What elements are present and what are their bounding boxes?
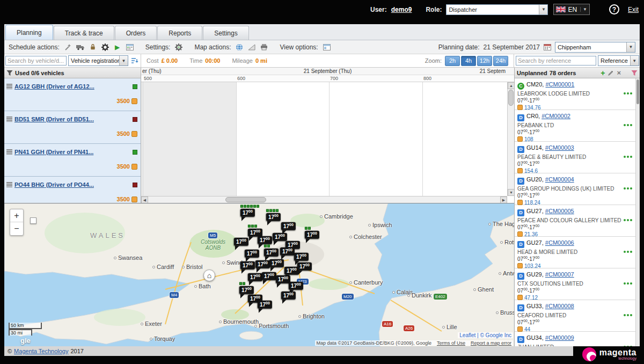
order-row[interactable]: DGU34, #CM00009 JUAN LIMITED 0700-1700 — [515, 332, 635, 346]
magenta-technology-link[interactable]: Magenta Technology — [14, 348, 68, 354]
timeline-canvas[interactable] — [141, 82, 507, 196]
order-menu-dots[interactable] — [624, 124, 632, 126]
order-row[interactable]: DGU29, #CM00007 CTX SOLUTIONS LIMITED 07… — [515, 268, 635, 300]
tab-planning[interactable]: Planning — [5, 25, 53, 40]
calendar-icon[interactable] — [543, 42, 552, 52]
map-marker[interactable]: 1700 — [264, 249, 279, 257]
role-select[interactable]: Dispatcher ▼ — [446, 4, 548, 15]
globe-icon[interactable] — [235, 42, 244, 52]
map-marker[interactable]: 1700 — [245, 250, 259, 258]
order-reference-link[interactable]: #CM00009 — [545, 334, 574, 341]
delete-order-icon[interactable]: × — [617, 69, 621, 76]
map-zoom-in-button[interactable]: + — [10, 209, 23, 222]
reference-search-input[interactable] — [516, 56, 596, 65]
print-map-icon[interactable] — [259, 42, 269, 52]
order-reference-link[interactable]: #CM00005 — [545, 208, 574, 214]
order-reference-link[interactable]: #CM00003 — [545, 144, 574, 151]
vehicle-link[interactable]: AG12 GBH (Driver of AG12... — [14, 83, 130, 90]
order-reference-link[interactable]: #CM00007 — [545, 271, 574, 278]
map-marker[interactable]: 1700 — [294, 253, 309, 261]
start-planning-icon[interactable]: ▶ — [113, 42, 122, 52]
settings-gear-icon[interactable] — [174, 42, 184, 52]
zoom-button-12h[interactable]: 12h — [477, 56, 492, 66]
view-layout-icon[interactable] — [322, 42, 332, 52]
help-button[interactable]: ? — [609, 4, 619, 14]
orders-scroll-thumb[interactable] — [636, 79, 639, 104]
map-marker[interactable]: 1700 — [273, 233, 287, 241]
report-map-error-link[interactable]: Report a map error — [471, 340, 511, 346]
map-marker[interactable]: 1700 — [239, 286, 254, 294]
tab-settings[interactable]: Settings — [203, 26, 248, 40]
map-marker[interactable]: 1700 — [284, 267, 299, 275]
map-marker[interactable]: 1700 — [234, 238, 248, 246]
vehicle-filter-select[interactable]: Vehicle registration ▼ — [68, 55, 128, 66]
order-reference-link[interactable]: #CM00006 — [545, 239, 574, 246]
scroll-up-button[interactable]: ▲ — [508, 82, 514, 89]
user-name[interactable]: demo9 — [391, 6, 412, 13]
zoom-button-4h[interactable]: 4h — [461, 56, 476, 66]
map-marker[interactable]: 1700 — [297, 263, 312, 271]
depot-home-marker[interactable]: ⌂ — [203, 270, 215, 281]
vehicle-search-input[interactable] — [5, 56, 67, 65]
tab-track-trace[interactable]: Track & trace — [54, 26, 114, 40]
order-menu-dots[interactable] — [624, 92, 632, 94]
map-marker[interactable]: 1700 — [276, 275, 290, 283]
orders-filter-funnel-icon[interactable] — [631, 70, 638, 76]
order-reference-link[interactable]: #CM00008 — [545, 303, 574, 309]
map-panel[interactable]: WALESCotswolds AONBCambridgeIpswichColch… — [4, 203, 514, 346]
map-marker[interactable]: 1700 — [240, 261, 255, 270]
order-reference-link[interactable]: #CM00001 — [545, 81, 574, 88]
order-row[interactable]: DCR0, #CM00002 PEABANK LTD 0700-1700 108 — [515, 110, 635, 142]
optimize-icon[interactable] — [63, 42, 73, 52]
drag-handle-icon[interactable] — [6, 84, 12, 89]
scroll-left-button[interactable]: ◀ — [141, 196, 148, 203]
map-marker[interactable]: 1700 — [255, 260, 270, 268]
zoom-button-2h[interactable]: 2h — [445, 56, 460, 66]
truck-icon[interactable] — [76, 42, 85, 52]
map-attribution-links[interactable]: Leaflet | © Google Inc — [458, 332, 513, 338]
order-reference-link[interactable]: #CM00004 — [545, 176, 574, 183]
order-menu-dots[interactable] — [624, 314, 632, 316]
map-marker[interactable]: 1700 — [258, 236, 272, 244]
language-select[interactable]: EN ▼ — [553, 4, 590, 15]
map-marker[interactable]: 1700 — [280, 247, 295, 256]
vehicle-link[interactable]: PO44 BHG (Driver of PO44... — [14, 181, 130, 188]
scroll-down-button[interactable]: ▼ — [508, 189, 514, 196]
edit-pencil-icon[interactable] — [608, 70, 614, 76]
map-marker[interactable]: 1700 — [269, 259, 284, 267]
vehicle-row[interactable]: PN41 GGH (Driver of PN41... 3500 — [4, 144, 141, 177]
terms-of-use-link[interactable]: Terms of Use — [437, 340, 465, 346]
tab-orders[interactable]: Orders — [115, 26, 157, 40]
filter-funnel-icon[interactable] — [6, 70, 13, 76]
order-row[interactable]: DGU33, #CM00008 CEAFORD LIMITED 0700-170… — [515, 300, 635, 332]
depot-select[interactable]: Chippenham ▼ — [555, 42, 635, 53]
exit-link[interactable]: Exit — [628, 6, 639, 13]
drag-handle-icon[interactable] — [6, 182, 12, 187]
map-marker[interactable]: 1700 — [281, 292, 296, 300]
order-menu-dots[interactable] — [624, 219, 632, 221]
drag-handle-icon[interactable] — [6, 149, 12, 155]
map-marker[interactable]: 1700 — [305, 231, 319, 239]
report-icon[interactable] — [125, 42, 135, 52]
add-order-icon[interactable]: + — [601, 69, 605, 77]
order-row[interactable]: DGU27, #CM00006 HEAD & MORE LIMITED 0700… — [515, 237, 635, 268]
vehicle-link[interactable]: PN41 GGH (Driver of PN41... — [14, 149, 130, 155]
order-menu-dots[interactable] — [624, 346, 632, 346]
vertical-scroll-thumb[interactable] — [508, 90, 514, 106]
map-marker[interactable]: 1700 — [258, 301, 272, 309]
map-marker[interactable]: 1700 — [240, 209, 255, 217]
order-row[interactable]: CCM20, #CM00001 LEABROOK LODGE LIMITED 0… — [515, 78, 635, 110]
order-row[interactable]: DGU20, #CM00004 GEA GROUP HOLDINGS (UK) … — [515, 173, 635, 205]
horizontal-scroll-thumb[interactable] — [225, 197, 266, 202]
map-marker[interactable]: 1700 — [289, 282, 303, 290]
zoom-button-24h[interactable]: 24h — [493, 56, 508, 66]
schedule-gear-icon[interactable] — [100, 42, 110, 52]
lock-icon[interactable] — [88, 42, 98, 52]
map-marker[interactable]: 1700 — [266, 213, 281, 221]
order-menu-dots[interactable] — [624, 282, 632, 285]
sort-icon[interactable] — [130, 56, 140, 65]
map-marker[interactable]: 1700 — [281, 222, 296, 230]
scroll-right-button[interactable]: ▶ — [500, 196, 507, 203]
order-menu-dots[interactable] — [624, 187, 632, 190]
order-menu-dots[interactable] — [624, 156, 632, 158]
